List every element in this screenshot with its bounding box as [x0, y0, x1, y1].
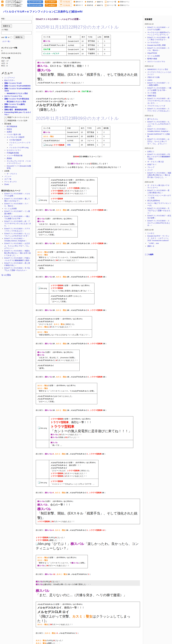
- history-link[interactable]: 「LUNE」.exe: [147, 242, 159, 244]
- guide-button[interactable]: 操作ガイド: [74, 4, 83, 6]
- recent-page-link[interactable]: D2ndテストXその3828 ～スバル、踏み台～: [4, 202, 28, 207]
- history-link[interactable]: WithBOSSリクエスト受付: [147, 68, 168, 70]
- sidebar-link[interactable]: 直轄バトルロイヤルR: [4, 82, 22, 84]
- history-link[interactable]: D2ndテストXその3830 ～メルセデスの逆襲～: [147, 26, 169, 30]
- ad-hide-button[interactable]: 広告非表示(β版): [27, 4, 43, 7]
- all-pages-button[interactable]: 全ページ一覧: [105, 4, 116, 6]
- sidebar-link[interactable]: 直轄バトルロイヤルR-withBOSSその2: [4, 88, 31, 92]
- history-link[interactable]: H0pePRiSM: [147, 52, 157, 54]
- recent-page-link[interactable]: D2ndテストXその3826 ～一般人でも制覇できるデ杯～: [4, 215, 30, 220]
- sidebar-link[interactable]: カオスバトルロイヤル: [4, 95, 22, 97]
- history-link[interactable]: D2ndテストXその3821 ～お正月よ。ちゃんと休んでる？...うん、よろしい…: [147, 138, 169, 145]
- history-link[interactable]: 月影のボス全集: [147, 76, 160, 78]
- history-link[interactable]: プラズマメロンソーダ: [147, 105, 165, 107]
- history-link[interactable]: カオス一味(プラズマメロンソーダ): [147, 202, 171, 206]
- new-page-button[interactable]: 新規作成: [85, 4, 93, 6]
- tag-search-button[interactable]: 検索する: [14, 36, 24, 39]
- sidebar-link[interactable]: 軽行事連絡板: [7, 126, 17, 128]
- history-link[interactable]: D2ndテストXその3817 ～緋玉丸の逆襲～: [147, 214, 171, 219]
- more-link[interactable]: もっと見る: [1, 274, 11, 276]
- login-button[interactable]: 登録/ログイン: [118, 1, 130, 3]
- and-radio[interactable]: [5, 36, 7, 38]
- history-link[interactable]: D2ndテストXその3825 ～続・プラズマポケモンのくせになまいきだ。～: [147, 98, 171, 104]
- sidebar-link[interactable]: ザ・クエスト: [7, 173, 17, 175]
- sidebar-link[interactable]: 愚痴板: [7, 157, 12, 159]
- history-link[interactable]: ザ・クエスト/第２話: [147, 161, 164, 163]
- history-link[interactable]: D2ndテストXその3827 ～リン最悪の瞬間～: [147, 82, 169, 86]
- history-link[interactable]: じゃまと: [147, 232, 154, 234]
- history-link[interactable]: キャラなりきり雑談所/inグレートニューワンダーランド: [147, 32, 170, 36]
- search-button[interactable]: 検索する: [1, 24, 12, 28]
- history-link[interactable]: Donald-2nd-R/ザ・ヴィランズ・カオス・ハロウィーン2025 "inv…: [147, 235, 169, 242]
- header-site-name[interactable]: バトルロイヤルR＋α ファンフィクション(二次創作な...: [5, 4, 26, 7]
- expand-plus-icon[interactable]: +: [4, 120, 7, 122]
- history-link[interactable]: D2ndテストXその3818 ～モブ以下なんて斎藤一のおもちゃ～: [147, 207, 170, 214]
- wiki-recruit-button[interactable]: wiki募集中!: [45, 4, 57, 7]
- history-link[interactable]: クリア/クリアのごくふつうのクイズ！: [147, 71, 171, 76]
- history-link[interactable]: Donald-2nd-R/隠し要素: [147, 44, 166, 46]
- sidebar-link[interactable]: キャラなりきり雑談所: [7, 136, 24, 138]
- history-link[interactable]: カオスバトルロイヤル: [147, 60, 165, 62]
- sidebar-link[interactable]: 直轄Virtualboss: [4, 106, 17, 108]
- sidebar-link[interactable]: 直轄バトルロイヤルR-変幻自在: [4, 98, 29, 100]
- sidebar-link[interactable]: なりきりバトラー: [7, 149, 21, 151]
- sidebar-link[interactable]: メニュー: [4, 175, 11, 177]
- recent-page-link[interactable]: D2ndテストXその3821 ～お正月よ。ちゃんと休んでる？...うん、よろしい…: [4, 242, 31, 249]
- history-link[interactable]: 緋玉丸(崩壊3rd): [147, 200, 160, 202]
- history-link[interactable]: D2ndテストXその3816 ～スカルマンにDELETEされるとは...～: [147, 220, 170, 226]
- sidebar-link[interactable]: 雑談室: [7, 128, 12, 130]
- history-link[interactable]: 安栖沢香恋: [147, 95, 156, 97]
- sidebar-link[interactable]: ガンダムブレイカー3 バトロイヤーズラウンジ: [7, 160, 31, 164]
- history-link[interactable]: D2ndテストXその3823 ～ちょとつもうしんのねずみみうさぎ～: [147, 121, 170, 127]
- history-link[interactable]: D2ndテストXその3828 ～スバル、踏み台～: [147, 47, 169, 51]
- sidebar-link[interactable]: トップページ: [4, 77, 15, 79]
- history-link[interactable]: キャラ相性: [147, 92, 156, 94]
- recent-page-link[interactable]: D2ndテストXその3829 ～遺して巣立つその日まで～: [4, 198, 30, 202]
- expand-plus-icon[interactable]: +: [4, 117, 7, 119]
- atwiki-logo-icon[interactable]: @: [1, 1, 4, 3]
- sidebar-link[interactable]: メンバー専用掲示板: [7, 154, 23, 156]
- atwiki-logo-icon[interactable]: @: [1, 4, 4, 6]
- ad-hide-button[interactable]: 広告非表示(β版): [27, 0, 43, 3]
- sidebar-link[interactable]: 会議室: [7, 131, 12, 133]
- recent-page-link[interactable]: D2ndテストXその3820 ～FS鮫とメルセデスの魑魅魍魎狩り講座～: [4, 257, 31, 261]
- history-link[interactable]: プレシア: [147, 166, 154, 168]
- history-link[interactable]: 白尾エリ: [147, 150, 154, 152]
- suggestion-box-button[interactable]: 目安箱(β版): [59, 4, 72, 7]
- history-link[interactable]: Donald-2nd/D2ndテスト語録集: [147, 133, 170, 137]
- sidebar-link[interactable]: WithBOSSリクエスト受付: [7, 92, 28, 94]
- sidebar-link[interactable]: 初めての方へ: [4, 79, 15, 81]
- history-link[interactable]: D2ndテストXその3819 ～君と僕の葬送の先に～: [147, 190, 169, 194]
- sidebar-link[interactable]: テストボックス: [4, 181, 17, 183]
- edit-button[interactable]: 編集する: [95, 1, 103, 3]
- sidebar-link[interactable]: 代理編集依頼板: [7, 152, 19, 154]
- history-link[interactable]: D2ndテストXその3824 ～ステラソラだってやれるんだ～: [147, 108, 170, 112]
- recent-page-link[interactable]: D2ndテストXその3824 ～ステラソラだってやれるんだ～: [4, 228, 30, 232]
- all-pages-button[interactable]: 全ページ一覧: [105, 1, 116, 3]
- history-link[interactable]: ルイネロの占い: [147, 42, 160, 44]
- tag-search-input[interactable]: [1, 31, 32, 34]
- edit-here-link[interactable]: ここを編集: [145, 253, 153, 256]
- edit-button[interactable]: 編集する: [95, 4, 103, 6]
- history-link[interactable]: 内海アオバ: [147, 164, 156, 166]
- history-link[interactable]: D2ndテストXその3826 ～一般人でも制覇できるデ杯～: [147, 87, 171, 91]
- header-site-name[interactable]: バトルロイヤルR＋α ファンフィクション(二次創作な...: [5, 0, 26, 3]
- sidebar-link[interactable]: 直轄バトルロイヤル(無印): [4, 103, 25, 105]
- history-link[interactable]: クリア: [147, 169, 153, 171]
- suggestion-box-button[interactable]: 目安箱(β版): [59, 0, 72, 3]
- history-link[interactable]: 超てんちゃん: [147, 118, 158, 120]
- tag-list-link[interactable]: （タグ一覧）: [1, 40, 11, 42]
- sidebar-link[interactable]: 旧wiki: [4, 183, 9, 185]
- recent-page-link[interactable]: D2ndテストXその3821 ～地面を殴る男が倒せない一般人を切り抜いてみました…: [4, 250, 31, 256]
- history-link[interactable]: oratrio: [147, 79, 152, 81]
- history-link[interactable]: 蟷ｻ蝿?ｫ懐錘: [147, 58, 157, 60]
- sidebar-link[interactable]: Discordサーバー(Donald-2nd様管理): [7, 165, 31, 169]
- recent-page-link[interactable]: D2ndテストXその3822 ～Amiable,Advisor, Analyti…: [4, 238, 27, 242]
- history-link[interactable]: りくぐん兵器類: [147, 55, 160, 57]
- history-link[interactable]: D2ndテストXその3821 ～地面を殴る男が倒せない一般人を切り抜いてみました…: [147, 172, 171, 178]
- sidebar-link[interactable]: バトルロイヤルRP-Long: [9, 146, 28, 148]
- sidebar-link[interactable]: Connecting With you バトルロイヤル！: [4, 111, 31, 116]
- history-link[interactable]: 蒼森ミネ: [147, 245, 154, 247]
- history-link[interactable]: ザ・クエスト/第２話/メテオライトルート: [147, 184, 169, 188]
- recent-page-link[interactable]: D2ndテストXその3823 ～ちょとつもうしんのねずみみうさぎ～: [4, 232, 30, 237]
